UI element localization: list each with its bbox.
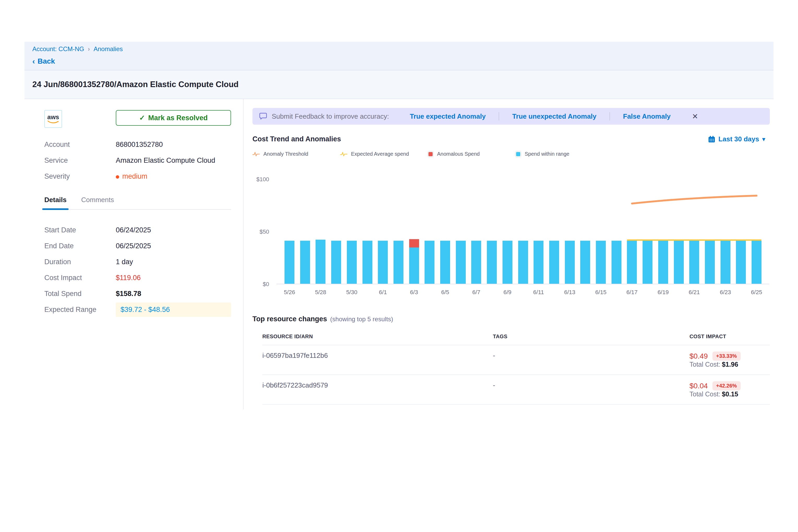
- bar-6/18[interactable]: [643, 241, 652, 284]
- x-axis-tick: 6/23: [720, 289, 731, 296]
- table-row: i-06597ba197fe112b6 - $0.49 +33.33% Tota…: [262, 345, 770, 375]
- account-label: Account: [44, 140, 116, 149]
- bar-6/1[interactable]: [378, 241, 388, 284]
- breadcrumb-anomalies-link[interactable]: Anomalies: [94, 45, 123, 53]
- anomaly-details-page: Account: CCM-NG › Anomalies ‹ Back 24 Ju…: [24, 42, 774, 410]
- expected-range-highlight: $39.72 - $48.56: [116, 303, 231, 317]
- aws-logo-text: aws: [47, 114, 59, 120]
- expected-range-row: Expected Range $39.72 - $48.56: [44, 302, 231, 318]
- time-range-picker[interactable]: Last 30 days ▾: [708, 135, 765, 143]
- resource-id[interactable]: i-0b6f257223cad9579: [262, 381, 493, 398]
- bar-6/12[interactable]: [549, 241, 559, 284]
- y-axis-tick: $50: [260, 228, 269, 235]
- bar-6/25[interactable]: [752, 241, 761, 284]
- feedback-actions: True expected Anomaly True unexpected An…: [397, 112, 702, 121]
- chart-legend: Anomaly Threshold Expected Average spend…: [252, 151, 770, 157]
- x-axis-tick: 5/30: [346, 289, 357, 296]
- bar-6/2[interactable]: [394, 241, 403, 284]
- bar-6/20[interactable]: [674, 241, 684, 284]
- expected-range-value: $39.72 - $48.56: [120, 306, 170, 314]
- legend-expected-average-spend[interactable]: Expected Average spend: [340, 151, 428, 157]
- tab-details[interactable]: Details: [44, 196, 66, 209]
- bar-5/31[interactable]: [362, 241, 373, 284]
- y-axis: $0$50$100: [252, 164, 269, 284]
- bar-5/28[interactable]: [316, 240, 325, 284]
- bar-6/15[interactable]: [596, 241, 606, 284]
- chevron-down-icon: ▾: [762, 136, 765, 142]
- x-axis-tick: 5/28: [315, 289, 326, 296]
- percent-change-badge: +33.33%: [712, 352, 741, 361]
- true-expected-anomaly-button[interactable]: True expected Anomaly: [397, 112, 499, 120]
- service-value: Amazon Elastic Compute Cloud: [116, 156, 215, 165]
- x-axis-tick: 6/5: [441, 289, 449, 296]
- aws-logo: aws: [44, 110, 62, 128]
- account-value: 868001352780: [116, 140, 163, 149]
- x-axis-tick: 6/25: [751, 289, 762, 296]
- bar-6/22[interactable]: [705, 241, 715, 284]
- bar-5/30[interactable]: [347, 241, 357, 284]
- page-title: 24 Jun/868001352780/Amazon Elastic Compu…: [32, 80, 766, 89]
- bar-6/10[interactable]: [518, 241, 528, 284]
- start-date-value: 06/24/2025: [116, 226, 151, 234]
- breadcrumb-account-link[interactable]: Account: CCM-NG: [32, 45, 84, 53]
- true-unexpected-anomaly-button[interactable]: True unexpected Anomaly: [499, 112, 609, 120]
- bar-6/23[interactable]: [721, 241, 730, 284]
- cyan-square-icon: [515, 151, 521, 157]
- back-button[interactable]: ‹ Back: [32, 57, 766, 66]
- bar-5/29[interactable]: [331, 241, 341, 284]
- total-spend-value: $158.78: [116, 290, 141, 298]
- total-cost-line: Total Cost:$1.96: [689, 361, 738, 368]
- bar-5/27[interactable]: [300, 241, 310, 284]
- cost-impact-value: $0.04: [689, 382, 708, 390]
- duration-label: Duration: [44, 258, 116, 266]
- speech-bubble-icon: [259, 112, 268, 120]
- bar-6/16[interactable]: [611, 241, 622, 284]
- severity-value: medium: [116, 172, 147, 180]
- x-axis-tick: 6/13: [564, 289, 575, 296]
- resources-heading: Top resource changes: [252, 315, 327, 323]
- cost-impact-row: Cost Impact $119.06: [44, 270, 231, 286]
- bar-6/21[interactable]: [689, 241, 699, 284]
- pulse-line-yellow-icon: [340, 151, 347, 157]
- table-row: i-0b6f257223cad9579 - $0.04 +42.26% Tota…: [262, 375, 770, 405]
- x-axis-tick: 6/9: [504, 289, 512, 296]
- bar-6/7[interactable]: [471, 241, 481, 284]
- bar-6/17[interactable]: [627, 241, 637, 284]
- bar-6/14[interactable]: [580, 241, 590, 284]
- false-anomaly-button[interactable]: False Anomaly: [610, 112, 684, 120]
- bar-5/26[interactable]: [285, 241, 294, 284]
- bar-6/11[interactable]: [534, 241, 544, 284]
- resources-table: RESOURCE ID/ARN TAGS COST IMPACT i-06597…: [262, 330, 770, 405]
- bar-6/6[interactable]: [456, 241, 466, 284]
- chart-header: Cost Trend and Anomalies Last 30 days ▾: [252, 135, 770, 143]
- bar-6/3[interactable]: [409, 247, 419, 284]
- bar-6/24[interactable]: [736, 241, 746, 284]
- bar-6/4[interactable]: [424, 241, 435, 284]
- bar-6/13[interactable]: [565, 241, 575, 284]
- x-axis-tick: 6/21: [689, 289, 700, 296]
- mark-as-resolved-button[interactable]: ✓ Mark as Resolved: [116, 110, 231, 126]
- back-label: Back: [38, 57, 55, 65]
- bar-6/19[interactable]: [658, 241, 668, 284]
- x-axis-tick: 6/11: [533, 289, 544, 296]
- close-icon[interactable]: ✕: [688, 112, 702, 121]
- cost-impact-label: Cost Impact: [44, 274, 116, 282]
- bar-6/9[interactable]: [502, 241, 512, 284]
- service-field: Service Amazon Elastic Compute Cloud: [44, 153, 231, 169]
- resource-id[interactable]: i-06597ba197fe112b6: [262, 352, 493, 368]
- legend-anomalous-spend[interactable]: Anomalous Spend: [428, 151, 515, 157]
- legend-spend-within-range[interactable]: Spend within range: [515, 151, 603, 157]
- tab-comments[interactable]: Comments: [81, 196, 114, 209]
- bar-6/8[interactable]: [487, 241, 497, 284]
- legend-anomaly-threshold[interactable]: Anomaly Threshold: [252, 151, 340, 157]
- severity-label: Severity: [44, 172, 116, 180]
- legend-label: Anomalous Spend: [437, 151, 480, 157]
- expected-range-label: Expected Range: [44, 306, 116, 314]
- anomalous-bar-6/3[interactable]: [409, 239, 419, 247]
- chevron-right-icon: ›: [88, 45, 90, 53]
- resource-tags: -: [493, 352, 689, 368]
- x-axis-tick: 5/26: [284, 289, 295, 296]
- legend-label: Expected Average spend: [351, 151, 409, 157]
- title-band: 24 Jun/868001352780/Amazon Elastic Compu…: [24, 71, 774, 99]
- bar-6/5[interactable]: [440, 241, 450, 284]
